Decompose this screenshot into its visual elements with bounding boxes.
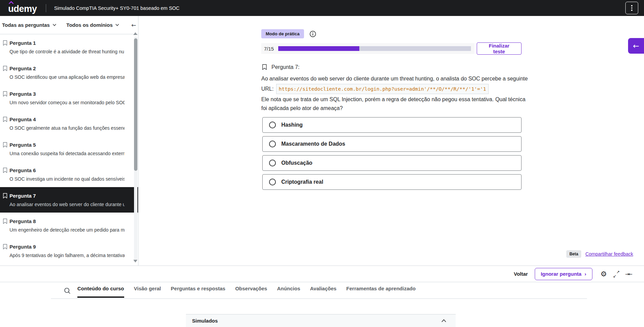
answer-option-1[interactable]: Hashing	[262, 117, 522, 133]
answer-option-2[interactable]: Mascaramento de Dados	[262, 136, 522, 152]
domains-filter-label: Todos os domínios	[67, 22, 113, 28]
question-item-preview: Um novo servidor começou a ser monitorad…	[10, 99, 125, 106]
kebab-menu-button[interactable]	[625, 2, 638, 14]
question-list-item-9[interactable]: Pergunta 9 Após 9 tentativas de login fa…	[0, 238, 138, 264]
settings-gear-icon[interactable]: ⚙	[601, 270, 607, 278]
right-panel-toggle-button[interactable]: ←	[628, 38, 644, 54]
answer-option-3[interactable]: Obfuscação	[262, 155, 522, 171]
arrow-sw-icon: ↙	[613, 274, 617, 278]
udemy-caret-icon	[8, 1, 14, 4]
question-list-item-7-selected[interactable]: Pergunta 7 Ao analisar eventos do web se…	[0, 187, 138, 213]
back-button[interactable]: Voltar	[514, 271, 528, 277]
questions-filter-dropdown[interactable]: Todas as perguntas	[2, 22, 56, 28]
tab-ferramentas-de-aprendizado[interactable]: Ferramentas de aprendizado	[346, 286, 416, 298]
question-item-title: Pergunta 5	[10, 142, 125, 148]
arrow-ne-icon: ↗	[616, 270, 620, 274]
fullscreen-expand-icon[interactable]: ↗ ↙	[613, 271, 620, 277]
question-body: Ao analisar eventos do web server do cli…	[261, 74, 529, 113]
bookmark-icon	[3, 244, 7, 250]
answer-option-label: Hashing	[281, 122, 303, 128]
kebab-dot	[631, 10, 632, 11]
mode-row: Modo de prática	[261, 29, 316, 38]
answer-option-label: Criptografia real	[281, 179, 323, 185]
header-divider	[46, 4, 46, 12]
radio-button-icon[interactable]	[269, 141, 276, 147]
finish-test-button[interactable]: Finalizar teste	[477, 42, 522, 55]
tab-avaliacoes[interactable]: Avaliações	[310, 286, 337, 298]
chevron-up-icon	[441, 319, 446, 322]
search-icon[interactable]	[64, 288, 71, 294]
tab-perguntas-e-respostas[interactable]: Perguntas e respostas	[171, 286, 225, 298]
question-list-item-5[interactable]: Pergunta 5 Uma conexão suspeita foi dete…	[0, 136, 138, 162]
question-item-preview: O SOC geralmente atua na função das funç…	[10, 125, 125, 131]
question-list-item-3[interactable]: Pergunta 3 Um novo servidor começou a se…	[0, 85, 138, 111]
skip-question-label: Ignorar pergunta	[541, 271, 582, 277]
bookmark-icon[interactable]	[262, 64, 267, 70]
tab-conteudo-do-curso[interactable]: Conteúdo do curso	[77, 286, 124, 298]
question-list-item-6[interactable]: Pergunta 6 O SOC investiga um incidente …	[0, 162, 138, 187]
bookmark-icon	[3, 40, 7, 46]
chevron-down-icon	[53, 24, 56, 26]
question-item-title: Pergunta 7	[10, 193, 125, 199]
chevron-down-icon	[115, 24, 119, 26]
chevron-right-icon: ›	[585, 271, 586, 277]
tab-anuncios[interactable]: Anúncios	[277, 286, 300, 298]
sidebar-scrollbar-thumb[interactable]	[134, 38, 137, 171]
bookmark-icon	[3, 218, 7, 224]
share-feedback-link[interactable]: Compartilhar feedback	[585, 251, 633, 257]
practice-mode-badge: Modo de prática	[261, 29, 304, 38]
answer-option-4[interactable]: Criptografia real	[262, 174, 522, 190]
bookmark-icon	[3, 142, 7, 148]
question-item-preview: Uma conexão suspeita foi detectada acess…	[10, 150, 125, 157]
bookmark-icon	[3, 66, 7, 71]
question-number-label: Pergunta 7:	[271, 64, 300, 70]
questions-filter-label: Todas as perguntas	[2, 22, 50, 28]
arrow-left-icon: ←	[633, 42, 639, 50]
logo-text: udemy	[8, 4, 37, 14]
bookmark-icon	[3, 91, 7, 97]
filter-bar: Todas as perguntas Todos os domínios ←	[0, 16, 138, 34]
tab-observacoes[interactable]: Observações	[235, 286, 267, 298]
domains-filter-dropdown[interactable]: Todos os domínios	[67, 22, 119, 28]
scroll-up-arrow-icon[interactable]	[133, 32, 137, 35]
question-item-preview: Após 9 tentativas de login falharem, a d…	[10, 252, 125, 258]
collapse-horizontal-icon[interactable]: →←	[625, 271, 632, 277]
radio-button-icon[interactable]	[269, 122, 276, 128]
progress-row: 7/15 Finalizar teste	[261, 42, 522, 55]
progress-count-label: 7/15	[264, 46, 276, 52]
question-url-row: URL: https://sitedocliente.com.br/login.…	[261, 84, 529, 94]
udemy-logo[interactable]: udemy	[8, 2, 37, 14]
question-list-item-4[interactable]: Pergunta 4 O SOC geralmente atua na funç…	[0, 111, 138, 136]
question-list-item-2[interactable]: Pergunta 2 O SOC identificou que uma apl…	[0, 60, 138, 85]
tab-visao-geral[interactable]: Visão geral	[134, 286, 161, 298]
answer-option-label: Obfuscação	[281, 160, 312, 166]
tabs-divider	[51, 298, 587, 299]
info-icon[interactable]	[309, 31, 316, 37]
question-item-preview: O SOC investiga um incidente no qual dad…	[10, 176, 125, 182]
radio-button-icon[interactable]	[269, 160, 276, 166]
question-sidebar: Todas as perguntas Todos os domínios ← P…	[0, 16, 138, 266]
sql-injection-url-code: https://sitedocliente.com.br/login.php?u…	[276, 84, 488, 94]
practice-test-page: udemy Simulado CompTIA Security+ SY0-701…	[0, 0, 644, 327]
collapse-sidebar-arrow-icon[interactable]: ←	[131, 22, 136, 29]
question-list-item-8[interactable]: Pergunta 8 Um engenheiro de detecção rec…	[0, 213, 138, 238]
question-item-preview: O SOC identificou que uma aplicação web …	[10, 74, 125, 80]
skip-question-button[interactable]: Ignorar pergunta ›	[535, 268, 592, 280]
simulados-title: Simulados	[192, 318, 218, 324]
simulados-section-header[interactable]: Simulados	[186, 314, 456, 327]
kebab-dot	[631, 7, 632, 9]
question-item-title: Pergunta 9	[10, 244, 125, 250]
question-item-preview: Ao analisar eventos do web server do cli…	[10, 201, 125, 207]
question-item-title: Pergunta 6	[10, 167, 125, 174]
question-list-item-1[interactable]: Pergunta 1 Que tipo de controle é a ativ…	[0, 34, 138, 60]
quiz-action-bar: Voltar Ignorar pergunta › ⚙ ↗ ↙ →←	[0, 266, 644, 282]
radio-button-icon[interactable]	[269, 179, 276, 185]
question-text-line1: Ao analisar eventos do web server do cli…	[261, 74, 529, 83]
scroll-down-arrow-icon[interactable]	[133, 260, 137, 262]
app-header: udemy Simulado CompTIA Security+ SY0-701…	[0, 0, 644, 16]
bookmark-icon	[3, 116, 7, 122]
question-item-title: Pergunta 4	[10, 116, 125, 123]
beta-badge: Beta	[566, 250, 581, 258]
question-item-title: Pergunta 1	[10, 40, 125, 46]
question-text-line2: Ele nota que se trata de um SQL Injectio…	[261, 95, 529, 113]
